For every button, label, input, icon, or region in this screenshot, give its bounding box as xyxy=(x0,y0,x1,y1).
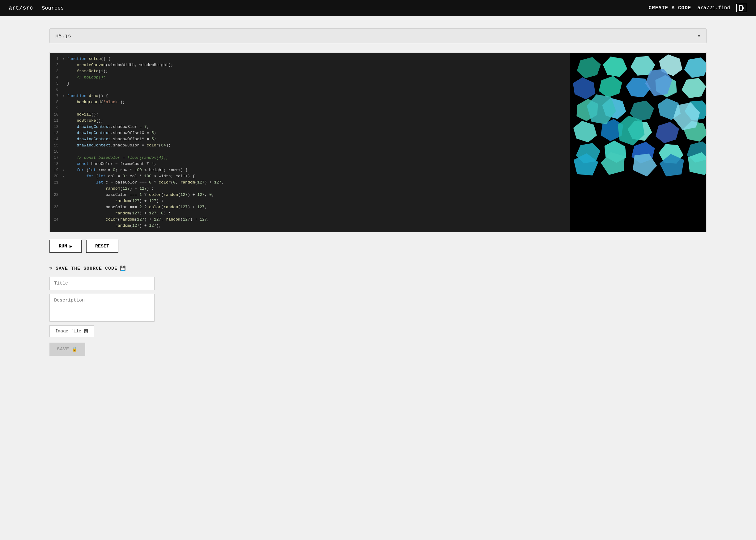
description-input[interactable] xyxy=(50,294,155,322)
reset-button[interactable]: RESET xyxy=(86,240,118,253)
code-line-10: 10 noFill(); xyxy=(50,111,570,118)
save-button[interactable]: SAVE 🔒 xyxy=(50,342,85,356)
dropdown-label: p5.js xyxy=(55,33,71,39)
code-line-24: 24 color(random(127) + 127, random(127) … xyxy=(50,216,570,229)
code-editor[interactable]: 1 ▾ function setup() { 2 createCanvas(wi… xyxy=(50,53,570,232)
code-line-16: 16 xyxy=(50,149,570,155)
save-heading-text: ▽ SAVE THE SOURCE CODE xyxy=(50,265,117,271)
nav-sources[interactable]: Sources xyxy=(42,5,64,11)
editor-canvas-area: 1 ▾ function setup() { 2 createCanvas(wi… xyxy=(50,53,706,232)
image-label: Image file xyxy=(55,329,81,334)
code-line-6: 6 xyxy=(50,87,570,93)
user-profile-link[interactable]: ara721.find xyxy=(697,5,730,11)
run-label: RUN xyxy=(59,244,67,249)
title-input[interactable] xyxy=(50,277,155,290)
main-content: p5.js ▾ 1 ▾ function setup() { 2 createC… xyxy=(0,16,756,374)
preview-svg xyxy=(570,53,706,176)
code-line-19: 19 ▾ for (let row = 0; row * 100 < heigh… xyxy=(50,167,570,173)
header-left: art/src Sources xyxy=(9,5,64,11)
code-line-7: 7 ▾ function draw() { xyxy=(50,93,570,99)
code-line-3: 3 frameRate(1); xyxy=(50,68,570,74)
code-line-18: 18 const baseColor = frameCount % 4; xyxy=(50,161,570,167)
code-line-15: 15 drawingContext.shadowColor = color(64… xyxy=(50,142,570,149)
code-line-8: 8 background('black'); xyxy=(50,99,570,105)
run-button[interactable]: RUN ▶ xyxy=(50,240,81,253)
canvas-preview xyxy=(570,53,706,232)
code-line-2: 2 createCanvas(windowWidth, windowHeight… xyxy=(50,62,570,68)
code-line-23: 23 baseColor === 2 ? color(random(127) +… xyxy=(50,204,570,216)
save-label: SAVE xyxy=(57,346,69,352)
logout-button[interactable] xyxy=(736,4,747,12)
code-line-21: 21 let c = baseColor === 0 ? color(0, ra… xyxy=(50,180,570,192)
code-line-13: 13 drawingContext.shadowOffsetX = 5; xyxy=(50,130,570,136)
code-line-11: 11 noStroke(); xyxy=(50,118,570,124)
logout-icon xyxy=(739,5,745,11)
header-right: CREATE A CODE ara721.find xyxy=(649,4,747,12)
code-line-1: 1 ▾ function setup() { xyxy=(50,56,570,62)
library-dropdown[interactable]: p5.js ▾ xyxy=(50,28,706,43)
header: art/src Sources CREATE A CODE ara721.fin… xyxy=(0,0,756,16)
image-icon: 🖼 xyxy=(84,329,88,334)
code-line-17: 17 // const baseColor = floor(random(4))… xyxy=(50,155,570,161)
site-logo[interactable]: art/src xyxy=(9,5,33,11)
code-line-9: 9 xyxy=(50,105,570,111)
create-code-button[interactable]: CREATE A CODE xyxy=(649,5,691,11)
image-file-button[interactable]: Image file 🖼 xyxy=(50,325,94,337)
code-line-5: 5 } xyxy=(50,80,570,87)
code-line-22: 22 baseColor === 1 ? color(random(127) +… xyxy=(50,192,570,204)
save-disk-icon: 💾 xyxy=(120,265,126,271)
save-section: ▽ SAVE THE SOURCE CODE 💾 Image file 🖼 SA… xyxy=(50,265,706,356)
lock-icon: 🔒 xyxy=(72,346,78,352)
chevron-down-icon: ▾ xyxy=(697,33,701,39)
action-buttons-row: RUN ▶ RESET xyxy=(50,240,706,253)
code-line-4: 4 // noLoop(); xyxy=(50,74,570,80)
code-line-20: 20 ▾ for (let col = 0; col * 100 < width… xyxy=(50,173,570,180)
run-icon: ▶ xyxy=(70,243,72,249)
code-line-14: 14 drawingContext.shadowOffsetY = 5; xyxy=(50,136,570,142)
code-line-12: 12 drawingContext.shadowBlur = 7; xyxy=(50,124,570,130)
save-heading: ▽ SAVE THE SOURCE CODE 💾 xyxy=(50,265,706,271)
